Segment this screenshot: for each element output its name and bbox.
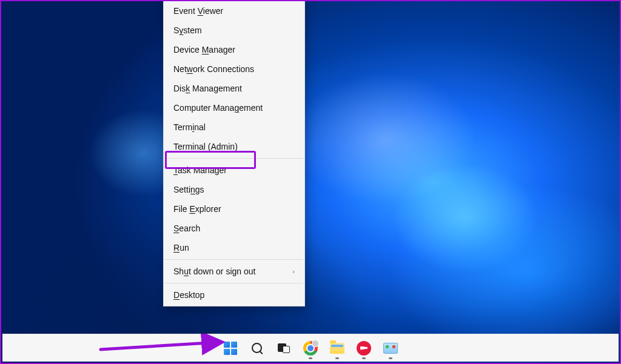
menu-item-label: Search	[173, 223, 200, 233]
menu-item-shutdown[interactable]: Shut down or sign out›	[164, 262, 304, 281]
winx-context-menu: Event ViewerSystemDevice ManagerNetwork …	[163, 0, 305, 306]
menu-item-task-manager[interactable]: Task Manager	[164, 160, 304, 180]
menu-item-computer-management[interactable]: Computer Management	[164, 98, 304, 117]
menu-item-system[interactable]: System	[164, 21, 304, 40]
task-view-button[interactable]	[272, 337, 295, 360]
menu-item-label: Run	[173, 243, 189, 253]
media-app[interactable]	[352, 337, 375, 360]
menu-item-terminal-admin[interactable]: Terminal (Admin)	[164, 137, 304, 156]
search-button[interactable]	[246, 337, 269, 360]
menu-item-label: Shut down or sign out	[173, 266, 255, 276]
menu-item-file-explorer[interactable]: File Explorer	[164, 199, 304, 219]
taskview-icon	[278, 343, 290, 353]
menu-item-label: System	[173, 25, 202, 35]
file-explorer-app[interactable]	[326, 337, 349, 360]
menu-item-disk-management[interactable]: Disk Management	[164, 79, 304, 98]
menu-item-network-connections[interactable]: Network Connections	[164, 59, 304, 79]
search-icon	[251, 342, 263, 354]
menu-item-label: Task Manager	[173, 165, 227, 175]
running-indicator	[335, 357, 339, 359]
start-button[interactable]	[219, 337, 242, 360]
chrome-icon	[303, 341, 318, 356]
menu-item-device-manager[interactable]: Device Manager	[164, 40, 304, 59]
menu-item-run[interactable]: Run	[164, 238, 304, 257]
explorer-icon	[330, 343, 344, 354]
menu-separator	[164, 259, 304, 260]
menu-item-label: Disk Management	[173, 84, 242, 93]
menu-item-label: Terminal	[173, 122, 206, 132]
menu-separator	[164, 158, 304, 159]
menu-item-label: Desktop	[173, 290, 204, 300]
menu-item-label: Settings	[173, 185, 204, 194]
menu-item-label: Event Viewer	[173, 6, 223, 16]
menu-item-desktop[interactable]: Desktop	[164, 285, 304, 305]
menu-item-event-viewer[interactable]: Event Viewer	[164, 1, 304, 21]
menu-item-label: Network Connections	[173, 64, 254, 74]
desktop-wallpaper	[1, 1, 620, 363]
menu-item-terminal[interactable]: Terminal	[164, 117, 304, 137]
running-indicator	[389, 357, 392, 359]
running-indicator	[362, 357, 366, 359]
chrome-app[interactable]	[299, 337, 322, 360]
menu-item-label: Terminal (Admin)	[173, 142, 238, 151]
menu-item-label: Device Manager	[173, 45, 235, 55]
profile-badge-icon	[312, 340, 319, 347]
control-panel-app[interactable]	[379, 337, 402, 360]
cp-icon	[383, 343, 398, 354]
menu-separator	[164, 283, 304, 283]
start-icon	[224, 342, 237, 355]
taskbar	[2, 334, 619, 362]
menu-item-label: Computer Management	[173, 103, 263, 113]
menu-item-search[interactable]: Search	[164, 219, 304, 238]
chevron-right-icon: ›	[292, 268, 295, 275]
menu-item-label: File Explorer	[173, 204, 221, 214]
running-indicator	[309, 357, 312, 359]
media-icon	[357, 341, 371, 356]
menu-item-settings[interactable]: Settings	[164, 180, 304, 199]
